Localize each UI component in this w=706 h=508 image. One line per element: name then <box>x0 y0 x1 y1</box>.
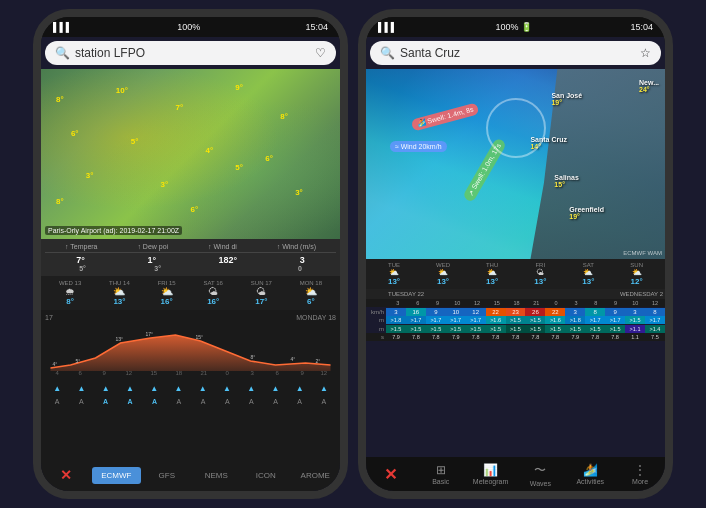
wh2-6: >1.5 <box>506 325 526 333</box>
chart-right-label: MONDAY 18 <box>296 314 336 321</box>
left-forecast-strip: WED 13 🌧 8° THU 14 ⛅ 13° FRI 15 ⛅ 16° SA… <box>41 276 340 310</box>
ws-4: 12 <box>466 308 486 316</box>
ws-9: 3 <box>565 308 585 316</box>
letter-row: A A A A A A A A A A A A <box>45 396 336 407</box>
p-4: 7.8 <box>466 333 486 341</box>
left-map: 8° 10° 7° 9° 8° 6° 5° 4° 6° 3° 3° 5° 3° … <box>41 69 340 239</box>
radar-circle-small <box>486 98 546 158</box>
ws-13: 8 <box>645 308 665 316</box>
tab-waves[interactable]: 〜 Waves <box>515 462 565 487</box>
right-forecast-strip: TUE ⛅ 13° WED ⛅ 13° THU ⛅ 13° FRI 🌤 13° … <box>366 259 665 289</box>
wh2-11: >1.5 <box>605 325 625 333</box>
right-favorite-icon[interactable]: ☆ <box>640 46 651 60</box>
left-status-bar: ▌▌▌ 100% 15:04 <box>41 17 340 37</box>
wh1-10: >1.7 <box>585 316 605 324</box>
wh2-0: >1.5 <box>386 325 406 333</box>
right-phone: ▌▌▌ 100% 🔋 15:04 🔍 Santa Cruz ☆ San José… <box>358 9 673 499</box>
col-wind-speed: ↑ Wind (m/s) <box>277 243 316 250</box>
tab-basic[interactable]: ⊞ Basic <box>416 463 466 485</box>
wind-speed-label: km/h <box>366 309 386 315</box>
search-text: station LFPO <box>75 46 145 60</box>
wh2-4: >1.5 <box>466 325 486 333</box>
right-screen: 🔍 Santa Cruz ☆ San José19° Santa Cruz14°… <box>366 37 665 491</box>
ws-12: 3 <box>625 308 645 316</box>
ws-1: 16 <box>406 308 426 316</box>
p-1: 7.8 <box>406 333 426 341</box>
metogram-label: Meteogram <box>473 478 508 485</box>
right-forecast-0: TUE ⛅ 13° <box>388 262 400 286</box>
svg-marker-12 <box>51 335 331 371</box>
p-13: 7.5 <box>645 333 665 341</box>
wh2-13: >1.4 <box>645 325 665 333</box>
wh1-9: >1.8 <box>565 316 585 324</box>
ws-11: 9 <box>605 308 625 316</box>
col-dew: ↑ Dew poi <box>137 243 168 250</box>
tab-activities[interactable]: 🏄 Activities <box>565 463 615 485</box>
hourly-chart: 17 MONDAY 18 4 6 9 12 15 18 21 0 3 6 9 1… <box>41 310 340 459</box>
p-6: 7.8 <box>506 333 526 341</box>
right-search-left: 🔍 Santa Cruz <box>380 46 460 60</box>
svg-text:13°: 13° <box>116 336 124 342</box>
colored-data-table: TUESDAY 22 WEDNESDAY 2 3 6 9 10 12 15 18… <box>366 289 665 457</box>
wind-arrow-10: ▲ <box>296 384 304 393</box>
ws-8: 22 <box>545 308 565 316</box>
tab-gfs[interactable]: GFS <box>142 467 192 484</box>
more-icon: ⋮ <box>634 463 646 477</box>
ws-7: 26 <box>525 308 545 316</box>
right-time: 15:04 <box>630 22 653 32</box>
waves-label: Waves <box>530 480 551 487</box>
period-cells: 7.9 7.8 7.8 7.9 7.8 7.8 7.8 7.8 7.8 7.9 … <box>386 333 665 341</box>
time-left: 15:04 <box>305 22 328 32</box>
wave-cells-2: >1.5 >1.5 >1.5 >1.5 >1.5 >1.5 >1.5 >1.5 … <box>386 325 665 333</box>
svg-text:8°: 8° <box>251 354 256 360</box>
table-header-wednesday: WEDNESDAY 2 <box>526 291 666 297</box>
tab-arome[interactable]: AROME <box>291 467 341 484</box>
tab-more[interactable]: ⋮ More <box>615 463 665 485</box>
tab-icon[interactable]: ICON <box>241 467 291 484</box>
svg-text:2°: 2° <box>316 358 321 364</box>
p-0: 7.9 <box>386 333 406 341</box>
chart-svg: 4 6 9 12 15 18 21 0 3 6 9 12 <box>45 323 336 378</box>
battery-time: 100% <box>177 22 200 32</box>
wind-speed-cells: 3 16 9 10 12 22 23 26 22 3 8 9 3 8 <box>386 308 665 316</box>
ws-6: 23 <box>506 308 526 316</box>
activities-icon: 🏄 <box>583 463 598 477</box>
data-values-row2: 5° 3° 0 <box>45 265 336 272</box>
val-dew: 1° <box>147 255 156 265</box>
p-11: 7.8 <box>605 333 625 341</box>
p-2: 7.8 <box>426 333 446 341</box>
wave-label-2: m <box>366 326 386 332</box>
p-10: 7.8 <box>585 333 605 341</box>
tab-metogram[interactable]: 📊 Meteogram <box>466 463 516 485</box>
tab-nems[interactable]: NEMS <box>192 467 242 484</box>
wh1-11: >1.7 <box>605 316 625 324</box>
forecast-day-3: SAT 16 🌤 16° <box>203 280 222 306</box>
left-screen: 🔍 station LFPO ♡ 8° 10° 7° 9° 8° 6° 5° 4… <box>41 37 340 491</box>
basic-label: Basic <box>432 478 449 485</box>
close-button-left[interactable]: ✕ <box>41 463 91 487</box>
wh2-12: >1.1 <box>625 325 645 333</box>
wh2-10: >1.5 <box>585 325 605 333</box>
left-search-bar[interactable]: 🔍 station LFPO ♡ <box>45 41 336 65</box>
data-values-row: 7° 1° 182° 3 <box>45 255 336 265</box>
wind-speed-row: km/h 3 16 9 10 12 22 23 26 22 3 8 9 3 8 <box>366 308 665 316</box>
table-header-spacer <box>366 291 388 297</box>
time-row-label <box>366 300 388 306</box>
wind-arrow-9: ▲ <box>271 384 279 393</box>
right-search-bar[interactable]: 🔍 Santa Cruz ☆ <box>370 41 661 65</box>
wind-arrow-8: ▲ <box>247 384 255 393</box>
activities-label: Activities <box>576 478 604 485</box>
svg-text:5°: 5° <box>76 358 81 364</box>
chart-left-label: 17 <box>45 314 53 321</box>
wh2-2: >1.5 <box>426 325 446 333</box>
wind-arrow-7: ▲ <box>223 384 231 393</box>
wind-arrow-11: ▲ <box>320 384 328 393</box>
p-7: 7.8 <box>525 333 545 341</box>
wh1-7: >1.5 <box>525 316 545 324</box>
favorite-icon[interactable]: ♡ <box>315 46 326 60</box>
tab-ecmwf[interactable]: ECMWF <box>92 467 142 484</box>
svg-text:4°: 4° <box>53 361 58 367</box>
val-wind-dir: 182° <box>219 255 238 265</box>
close-button-right[interactable]: ✕ <box>366 465 416 484</box>
city-salinas: Salinas15° <box>554 174 579 188</box>
